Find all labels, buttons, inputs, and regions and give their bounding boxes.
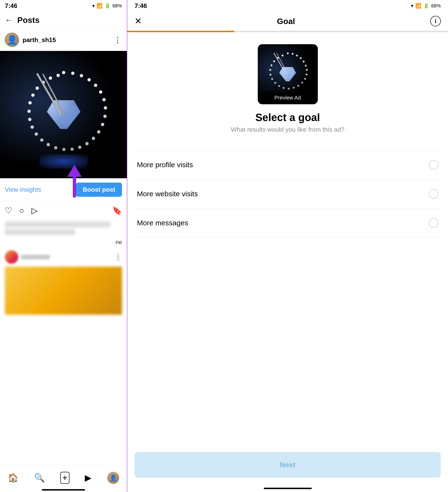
select-goal-subtitle: What results would you like from this ad… bbox=[231, 126, 345, 133]
left-status-bar: 7:46 ▾ 📶 🔋 68% bbox=[0, 0, 127, 11]
ne-text: ne bbox=[0, 237, 127, 246]
goal-option-messages[interactable]: More messages bbox=[134, 208, 441, 238]
website-visits-radio[interactable] bbox=[429, 189, 438, 199]
bottom-nav: 🏠 🔍 + ▶ 👤 bbox=[0, 466, 127, 492]
right-signal-icon: 📶 bbox=[415, 3, 421, 9]
reels-icon: ▶ bbox=[85, 473, 92, 483]
back-button[interactable]: ← bbox=[5, 16, 12, 24]
svg-point-18 bbox=[47, 143, 50, 146]
svg-point-11 bbox=[97, 130, 101, 133]
second-post-image bbox=[5, 267, 122, 315]
close-button[interactable]: ✕ bbox=[134, 16, 142, 26]
svg-point-21 bbox=[31, 125, 34, 129]
svg-point-49 bbox=[270, 74, 271, 76]
battery-pct: 68% bbox=[112, 3, 122, 9]
page-title: Posts bbox=[17, 15, 40, 25]
right-home-indicator bbox=[264, 488, 312, 489]
svg-point-51 bbox=[270, 64, 272, 66]
svg-point-5 bbox=[94, 84, 97, 87]
svg-point-42 bbox=[297, 85, 299, 87]
comment-icon[interactable]: ○ bbox=[19, 206, 24, 215]
blurred-caption bbox=[0, 220, 127, 237]
svg-point-29 bbox=[56, 74, 60, 77]
svg-point-7 bbox=[102, 98, 106, 101]
svg-point-6 bbox=[99, 90, 102, 94]
svg-point-15 bbox=[70, 147, 74, 151]
info-button[interactable]: i bbox=[430, 16, 441, 26]
svg-point-19 bbox=[40, 138, 43, 142]
goal-option-profile-visits[interactable]: More profile visits bbox=[134, 150, 441, 179]
nav-profile[interactable]: 👤 bbox=[107, 472, 119, 484]
post-image bbox=[0, 51, 127, 178]
svg-point-1 bbox=[62, 71, 65, 74]
username: parth_sh15 bbox=[23, 36, 56, 44]
svg-point-46 bbox=[278, 85, 280, 87]
svg-point-37 bbox=[305, 65, 307, 67]
purple-arrow-annotation bbox=[62, 165, 86, 204]
next-btn-container: Next bbox=[134, 452, 441, 478]
profile-visits-label: More profile visits bbox=[137, 161, 193, 169]
wifi-icon: ▾ bbox=[92, 3, 95, 9]
svg-point-36 bbox=[303, 61, 305, 62]
svg-point-24 bbox=[28, 101, 32, 104]
svg-point-2 bbox=[71, 72, 74, 75]
left-top-nav: ← Posts bbox=[0, 11, 127, 29]
svg-point-40 bbox=[304, 78, 306, 80]
left-status-icons: ▾ 📶 🔋 68% bbox=[92, 3, 122, 9]
more-options-button[interactable]: ⋮ bbox=[114, 35, 122, 44]
goal-option-website-visits[interactable]: More website visits bbox=[134, 179, 441, 208]
svg-point-25 bbox=[31, 93, 35, 97]
preview-section: Preview Ad Select a goal What results wo… bbox=[127, 32, 448, 141]
arrow-svg bbox=[62, 165, 86, 203]
messages-radio[interactable] bbox=[429, 218, 438, 228]
right-wifi-icon: ▾ bbox=[411, 3, 413, 9]
nav-reels[interactable]: ▶ bbox=[85, 473, 92, 483]
home-icon: 🏠 bbox=[8, 473, 19, 483]
like-icon[interactable]: ♡ bbox=[5, 206, 12, 215]
profile-visits-radio[interactable] bbox=[429, 160, 438, 170]
left-time: 7:46 bbox=[5, 2, 17, 10]
svg-marker-31 bbox=[67, 165, 82, 177]
svg-point-14 bbox=[78, 146, 81, 149]
post-header: parth_sh15 ⋮ bbox=[0, 29, 127, 51]
nav-search[interactable]: 🔍 bbox=[34, 473, 45, 483]
right-battery-pct: 68% bbox=[431, 3, 441, 9]
svg-point-33 bbox=[292, 53, 294, 55]
battery-icon: 🔋 bbox=[104, 3, 111, 9]
preview-overlay: Preview Ad bbox=[258, 91, 318, 104]
svg-point-44 bbox=[288, 88, 290, 90]
search-icon: 🔍 bbox=[34, 473, 45, 483]
right-status-icons: ▾ 📶 🔋 68% bbox=[411, 3, 441, 9]
svg-point-22 bbox=[28, 118, 31, 121]
left-icons: ♡ ○ ▷ bbox=[5, 206, 38, 215]
view-insights-link[interactable]: View insights bbox=[5, 186, 41, 193]
nav-create[interactable]: + bbox=[60, 472, 69, 484]
svg-point-20 bbox=[35, 132, 38, 136]
next-button[interactable]: Next bbox=[134, 452, 441, 478]
svg-point-43 bbox=[293, 87, 295, 89]
svg-point-26 bbox=[36, 86, 39, 90]
share-icon[interactable]: ▷ bbox=[31, 206, 38, 215]
goal-options: More profile visits More website visits … bbox=[127, 150, 448, 238]
svg-point-3 bbox=[80, 74, 83, 77]
second-name-blur bbox=[21, 255, 50, 259]
svg-point-13 bbox=[85, 142, 89, 145]
blur-line-1 bbox=[5, 222, 110, 227]
select-goal-title: Select a goal bbox=[255, 112, 320, 123]
nav-home[interactable]: 🏠 bbox=[8, 473, 19, 483]
home-indicator bbox=[42, 489, 85, 491]
preview-thumbnail[interactable]: Preview Ad bbox=[258, 44, 318, 104]
second-post-header: ⋮ bbox=[5, 250, 122, 264]
svg-point-45 bbox=[283, 87, 285, 89]
diamond-scene bbox=[0, 51, 127, 178]
svg-point-38 bbox=[306, 69, 308, 71]
second-avatar bbox=[5, 250, 18, 264]
left-panel: 7:46 ▾ 📶 🔋 68% ← Posts parth_sh15 ⋮ bbox=[0, 0, 127, 492]
save-icon[interactable]: 🔖 bbox=[112, 206, 122, 215]
signal-icon: 📶 bbox=[97, 3, 102, 9]
svg-point-28 bbox=[49, 76, 52, 80]
svg-point-23 bbox=[27, 110, 31, 113]
svg-point-35 bbox=[300, 57, 302, 59]
avatar bbox=[5, 33, 19, 47]
svg-point-52 bbox=[273, 60, 275, 62]
